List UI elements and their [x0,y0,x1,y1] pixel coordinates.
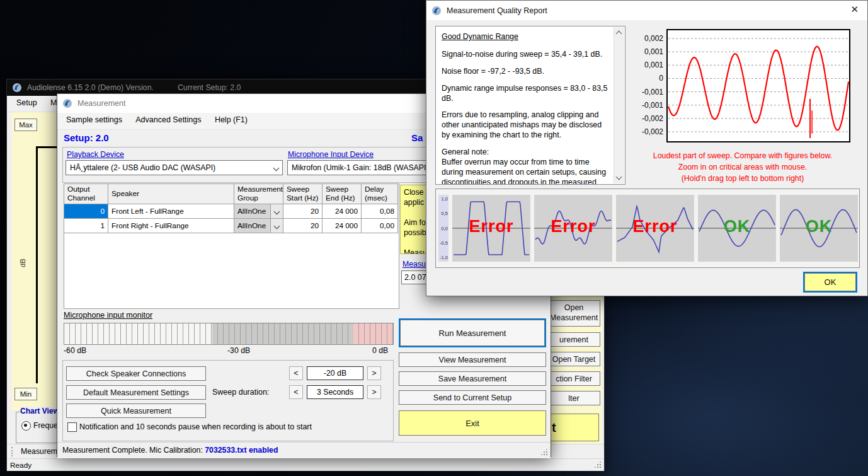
mic-monitor-label: Microphone input monitor [64,311,152,320]
sweep-chart[interactable]: 0,0020,0010,0010-0,001-0,001-0,002-0,002 [631,28,855,146]
view-measurement-button[interactable]: View Measurement [399,352,546,367]
report-p-general-note: General note: Buffer overrun may occur f… [442,148,610,185]
cell-start-1[interactable]: 20 [283,219,323,233]
main-window-title: Audiolense 6.15 2.0 (Demo) Version. [27,83,154,92]
quality-examples: 1,00,50,0-0,5-1,0ErrorErrorErrorOKOK [435,189,860,268]
col-header-speaker[interactable]: Speaker [108,184,234,204]
level-value-box[interactable]: -20 dB [307,366,363,380]
measurement-resize-grip[interactable] [541,449,549,457]
quality-example-tile-1: Error [452,195,530,262]
save-measurement-button[interactable]: Save Measurement [399,371,546,386]
report-p-snr: Signal-to-noise during sweep = 35,4 - 39… [442,50,610,60]
cell-end-0[interactable]: 24 000 [323,204,362,219]
report-p-errors: Errors due to resampling, analog clippin… [442,110,610,141]
save-measurement-button-fragment[interactable]: urement [547,332,600,347]
measurement-quality-report-window: Measurement Quality Report ✕ Good Dynami… [426,0,868,296]
exit-button[interactable]: Exit [399,410,546,436]
correction-filter-button-fragment[interactable]: ction Filter [547,371,600,386]
group-dropdown-1[interactable] [270,219,283,233]
duration-increase-button[interactable]: > [367,385,381,399]
quick-measurement-button[interactable]: Quick Measurement [66,403,206,418]
col-header-delay[interactable]: Delay (msec) [362,184,398,204]
cell-delay-1[interactable]: 0,00 [362,219,398,233]
cell-end-1[interactable]: 24 000 [323,219,362,233]
report-titlebar: Measurement Quality Report ✕ [426,1,867,20]
scroll-up-icon[interactable] [616,31,622,37]
chevron-down-icon [274,223,280,229]
default-measurement-settings-button[interactable]: Default Measurement Settings [66,385,206,400]
close-icon[interactable]: ✕ [850,4,859,15]
notification-checkbox-label: Notification and 10 seconds pause when r… [79,422,312,431]
duration-value-box[interactable]: 3 Seconds [307,385,363,399]
check-speaker-connections-button[interactable]: Check Speaker Connections [66,366,206,381]
chart-view-group: Chart View Frequen [16,412,60,443]
report-p-noise-floor: Noise floor = -97,2 - -93,5 dB. [442,67,610,77]
ok-button[interactable]: OK [803,272,857,293]
cell-channel-0[interactable]: 0 [64,204,108,219]
menu-setup[interactable]: Setup [11,96,43,110]
menu-advanced-settings[interactable]: Advanced Settings [130,113,207,127]
quality-example-label: Error [534,217,612,236]
menu-help[interactable]: Help (F1) [209,113,253,127]
col-header-group[interactable]: Measurement Group [234,184,283,204]
measurement-status-text: Measurement Complete. Mic Calibration: 7… [62,446,278,455]
menu-sample-settings[interactable]: Sample settings [60,113,128,127]
col-header-channel[interactable]: Output Channel [64,184,108,204]
main-status-row2: Ready [7,458,604,471]
cell-group-1[interactable]: AllInOne [234,219,283,233]
chart-border-hline [36,146,59,148]
main-resize-grip[interactable] [595,461,603,470]
frequency-radio[interactable] [21,421,31,431]
duration-decrease-button[interactable]: < [289,385,303,399]
desktop: Audiolense 6.15 2.0 (Demo) Version. Curr… [0,0,868,476]
cell-speaker-0[interactable]: Front Left - FullRange [108,204,234,219]
quality-example-label: Error [452,217,530,236]
col-header-sweep-end[interactable]: Sweep End (Hz) [323,184,362,204]
level-increase-button[interactable]: > [367,366,381,380]
playback-device-select[interactable]: HÅ¸yttalere (2- USB Audio DAC (WASAPI) [66,160,283,175]
col-header-sweep-start[interactable]: Sweep Start (Hz) [283,184,323,204]
send-to-current-setup-button[interactable]: Send to Current Setup [399,390,546,405]
quality-example-label: Error [616,217,694,236]
svg-text:0: 0 [659,74,663,83]
status-drag-grip[interactable] [11,447,14,456]
svg-text:0,002: 0,002 [644,34,663,43]
level-decrease-button[interactable]: < [289,366,303,380]
report-p-dynamic-range: Dynamic range impulse responses = 83,0 -… [442,84,610,104]
group-dropdown-0[interactable] [270,204,283,218]
report-window-title: Measurement Quality Report [447,6,547,15]
report-scrollbar[interactable] [614,27,624,183]
caption-line-1: Loudest part of sweep. Compare with figu… [631,151,855,162]
examples-axis-labels: 1,00,50,0-0,5-1,0 [438,195,448,262]
microphone-device-link[interactable]: Microphone Input Device [288,150,374,159]
chart-view-label: Chart View [20,407,59,415]
min-button[interactable]: Min [14,388,37,400]
cell-speaker-1[interactable]: Front Right - FullRange [108,219,234,233]
chevron-down-icon [274,208,280,214]
svg-text:0,001: 0,001 [644,47,663,56]
svg-text:-0,001: -0,001 [642,101,663,110]
caption-line-2: Zoom in on critical areas with mouse. [631,162,855,173]
cell-channel-1[interactable]: 1 [64,219,108,233]
cell-start-0[interactable]: 20 [283,204,323,219]
measurement-note-link[interactable]: Measu [403,260,426,269]
current-setup-label: Current Setup: 2.0 [178,83,241,92]
max-button[interactable]: Max [14,119,37,131]
sweep-chart-caption: Loudest part of sweep. Compare with figu… [631,151,855,185]
filter-button-fragment[interactable]: lter [547,391,600,405]
run-measurement-button[interactable]: Run Measurement [399,318,546,347]
setup-right-fragment: Sa [411,132,423,143]
big-yellow-button-fragment[interactable]: t [549,414,599,441]
cell-group-0[interactable]: AllInOne [234,204,283,219]
quality-example-label: OK [780,217,858,236]
playback-device-link[interactable]: Playback Device [67,150,124,159]
quality-example-tile-5: OK [780,195,858,262]
app-icon [62,98,72,108]
notification-checkbox[interactable] [67,422,77,432]
meter-label-mid: -30 dB [227,346,250,355]
cell-delay-0[interactable]: 0,08 [362,204,398,219]
scroll-down-icon[interactable] [616,174,622,180]
open-target-button[interactable]: Open Target [547,352,600,366]
meter-label-max: 0 dB [372,346,388,355]
open-measurement-button[interactable]: Open Measurement [547,300,600,327]
